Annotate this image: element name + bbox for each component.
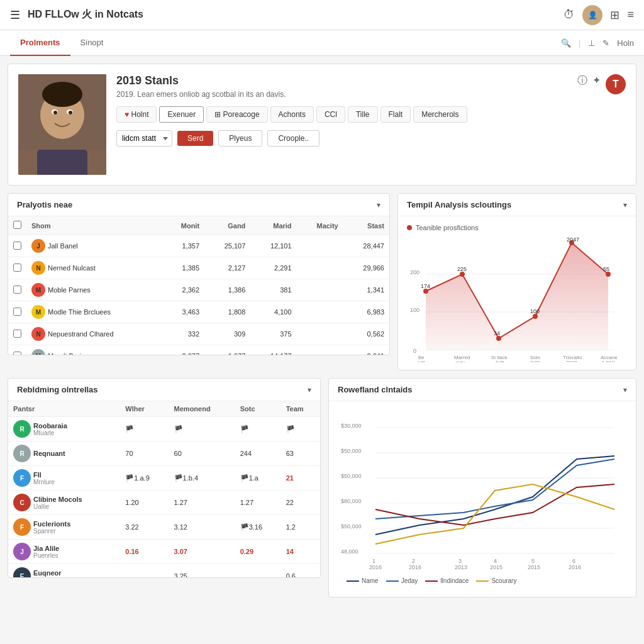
svg-text:$50,000: $50,000	[341, 473, 362, 479]
svg-text:1: 1	[372, 558, 375, 564]
rankings-expand-icon[interactable]: ▾	[308, 386, 311, 394]
profile-tab-ccl[interactable]: CCl	[316, 106, 345, 123]
serd-button[interactable]: Serd	[177, 131, 213, 146]
row-checkbox[interactable]	[13, 330, 21, 338]
players-table-scroll[interactable]: Shom Monit Gand Marid Macity Stast	[8, 216, 389, 355]
svg-text:2015: 2015	[528, 564, 540, 570]
legend-llndindace: llndindace	[425, 577, 469, 584]
table-row: M Moble Parnes 2,362 1,386 381 1,341	[8, 279, 389, 301]
row-checkbox[interactable]	[13, 286, 21, 294]
financial-svg-chart: $30,000 $50,000 $50,000 $80,000 $50,000 …	[338, 409, 621, 572]
analysis-chart-col: Tempil Analysis scloutings ▾ Teanible pr…	[397, 193, 636, 370]
analysis-expand-icon[interactable]: ▾	[623, 201, 627, 209]
svg-text:2018: 2018	[566, 360, 577, 362]
player-monit: 3,463	[162, 301, 204, 323]
row-checkbox-cell[interactable]	[8, 257, 26, 279]
profile-tab-exenuer[interactable]: Exenuer	[159, 106, 204, 123]
financial-card-header: Rowefland clntaids ▾	[329, 379, 636, 401]
menu-icon[interactable]: ≡	[627, 8, 634, 21]
filter-action-icon[interactable]: ⊥	[588, 38, 595, 48]
help-label[interactable]: Holn	[617, 38, 634, 48]
grid-icon[interactable]: ⊞	[610, 8, 619, 22]
player-stast: 28,447	[343, 235, 389, 257]
profile-tab-mercherols[interactable]: Mercherols	[413, 106, 467, 123]
rank-team: 63	[281, 441, 320, 466]
row-checkbox-cell[interactable]	[8, 301, 26, 323]
rankings-card-title: Rebldming olntrellas	[17, 385, 98, 394]
rank-col-team: Team	[281, 401, 320, 417]
player-monit: 2,362	[162, 279, 204, 301]
legend-label: Teanible prosfictions	[416, 224, 479, 231]
row-checkbox-cell[interactable]	[8, 235, 26, 257]
hamburger-icon[interactable]: ☰	[10, 8, 20, 22]
profile-tab-tille[interactable]: Tille	[348, 106, 378, 123]
row-checkbox[interactable]	[13, 264, 21, 272]
legend-scourary: Scourary	[476, 577, 516, 584]
rank-player-cell: F Fuclerionts Spanrer	[8, 515, 120, 540]
player-name: Nepuestrand Clhared	[48, 330, 114, 338]
svg-text:gatu: gatu	[455, 360, 465, 362]
rank-player-cell: F Fll Mrnlure	[8, 466, 120, 491]
row-checkbox[interactable]	[13, 242, 21, 250]
rank-player-cell: R Roobaraia Mtuarle	[8, 417, 120, 441]
player-name: Marolt Burinon	[48, 352, 93, 355]
profile-tab-flalt[interactable]: Flalt	[380, 106, 411, 123]
search-action-icon[interactable]: 🔍	[561, 38, 571, 48]
clock-icon[interactable]: ⏱	[564, 8, 575, 21]
financial-chart-container: $30,000 $50,000 $50,000 $80,000 $50,000 …	[329, 401, 636, 597]
legend-bar-llndindace	[425, 580, 438, 582]
svg-text:$80,000: $80,000	[341, 498, 362, 504]
list-item: R Roobaraia Mtuarle 🏴 🏴 🏴 🏴	[8, 417, 320, 441]
rankings-table-scroll[interactable]: Pantsr Wlher Memonend Sotc Team R	[8, 401, 320, 577]
players-expand-icon[interactable]: ▾	[377, 201, 380, 209]
financial-expand-icon[interactable]: ▾	[623, 386, 627, 394]
legend-bar-jeday	[386, 580, 399, 582]
rank-avatar: R	[13, 445, 31, 462]
profile-tab-poreacoge[interactable]: ⊞ Poreacoge	[206, 106, 267, 123]
legend-label-jeday: Jeday	[401, 577, 418, 584]
tab-prolments[interactable]: Prolments	[10, 30, 70, 56]
row-checkbox[interactable]	[13, 352, 21, 355]
svg-text:100: 100	[530, 308, 540, 314]
player-name-cell: N Nepuestrand Clhared	[26, 323, 162, 345]
table-row: M Marolt Burinon 2,077 1,077 14,177 2,04…	[8, 345, 389, 355]
rank-avatar: E	[13, 567, 31, 577]
player-marid: 375	[250, 323, 296, 345]
row-checkbox-cell[interactable]	[8, 279, 26, 301]
player-macity	[297, 323, 343, 345]
profile-photo	[18, 74, 106, 175]
player-avatar: M	[31, 283, 45, 297]
rank-player-cell: C Clibine Mocols Uallie	[8, 491, 120, 515]
profile-card: 2019 Stanls 2019. Lean emers onliob ag s…	[8, 64, 636, 186]
profile-tab-holnt[interactable]: Holnt	[116, 106, 157, 123]
profile-tab-achonts[interactable]: Achonts	[270, 106, 314, 123]
rank-col-memonend: Memonend	[169, 401, 235, 417]
player-gand: 1,077	[204, 345, 250, 355]
table-row: N Nerned Nulcast 1,385 2,127 2,291 29,96…	[8, 257, 389, 279]
analysis-card-title: Tempil Analysis scloutings	[407, 200, 511, 209]
plyeus-button[interactable]: Plyeus	[218, 130, 262, 147]
select-all-checkbox[interactable]	[13, 221, 21, 229]
user-avatar[interactable]: 👤	[582, 5, 602, 25]
row-checkbox-cell[interactable]	[8, 345, 26, 355]
rank-sotc: 🏴3.16	[235, 515, 281, 540]
status-select[interactable]: lidcm statt	[116, 130, 172, 147]
tab-sinopt[interactable]: Sinopt	[70, 30, 114, 56]
player-name: Moble Parnes	[48, 286, 91, 294]
col-monit: Monit	[162, 216, 204, 235]
row-checkbox-cell[interactable]	[8, 323, 26, 345]
table-row: N Nepuestrand Clhared 332 309 375 0,562	[8, 323, 389, 345]
analysis-chart-legend: Teanible prosfictions	[407, 224, 627, 231]
table-row: J Jall Banel 1,357 25,107 12,101 28,447	[8, 235, 389, 257]
player-monit: 332	[162, 323, 204, 345]
rankings-card: Rebldming olntrellas ▾ Pantsr Wlher Memo…	[8, 378, 321, 578]
row-checkbox[interactable]	[13, 308, 21, 316]
player-avatar: M	[31, 349, 45, 355]
profile-card-actions: ⓘ ✦ T	[577, 74, 626, 175]
profile-logo-button[interactable]: T	[606, 74, 626, 94]
info-icon[interactable]: ⓘ	[577, 74, 587, 87]
rank-wlher	[120, 564, 169, 578]
edit-action-icon[interactable]: ✎	[602, 38, 609, 48]
star-icon[interactable]: ✦	[592, 74, 601, 86]
croople-button[interactable]: Croople..	[267, 130, 319, 147]
